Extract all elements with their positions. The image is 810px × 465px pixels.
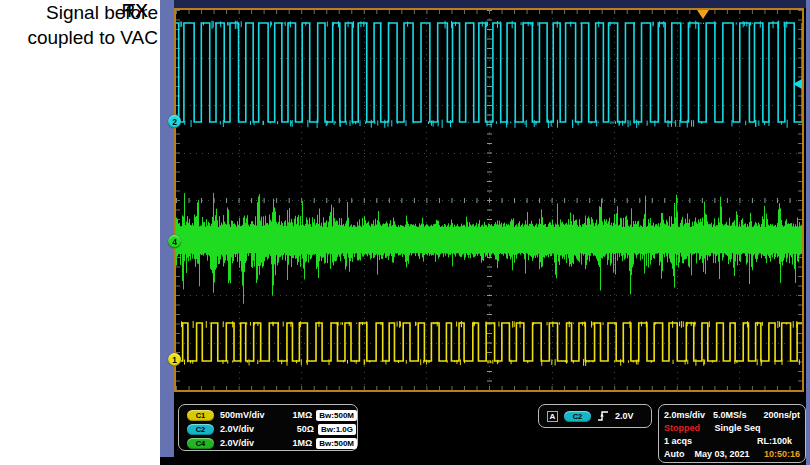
acq-date: May 03, 2021 <box>695 449 750 459</box>
trigger-source-pill[interactable]: C2 <box>564 411 591 422</box>
window-right-frame <box>806 0 810 465</box>
waveform-canvas[interactable] <box>176 10 802 390</box>
c4-pill[interactable]: C4 <box>187 438 214 449</box>
c1-impedance: 1MΩ <box>283 410 312 420</box>
acq-row-count: 1 acqs RL:100k <box>664 434 800 447</box>
c4-scale: 2.0V/div <box>220 438 283 448</box>
ch2-zero-marker[interactable]: 2 <box>168 115 181 128</box>
oscilloscope-window: 2 4 1 C1 500mV/div 1MΩ Bw:500M C2 2.0V/d… <box>160 0 810 465</box>
channel-badges-panel: C1 500mV/div 1MΩ Bw:500M C2 2.0V/div 50Ω… <box>178 404 358 451</box>
c1-scale: 500mV/div <box>220 410 283 420</box>
channel-badge-c1[interactable]: C1 500mV/div 1MΩ Bw:500M <box>187 408 357 422</box>
acq-row-timebase: 2.0ms/div 5.0MS/s 200ns/pt <box>664 408 800 421</box>
c2-pill[interactable]: C2 <box>187 424 214 435</box>
trigger-mode: Auto <box>664 449 685 459</box>
timebase-value: 2.0ms/div <box>664 410 705 420</box>
c4-bandwidth: Bw:500M <box>316 438 357 449</box>
scope-display[interactable] <box>174 8 804 392</box>
window-top-frame <box>174 0 806 8</box>
acq-time: 10:50:16 <box>764 449 800 459</box>
label-rx: RX <box>0 0 148 22</box>
page: TX Signal before coupled to VAC RX 2 4 1… <box>0 0 810 465</box>
acq-status: Stopped <box>664 423 700 433</box>
rising-edge-icon <box>597 410 609 422</box>
c2-bandwidth: Bw:1.0G <box>318 424 356 435</box>
ch4-zero-marker[interactable]: 4 <box>168 235 181 248</box>
acq-count: 1 acqs <box>664 436 692 446</box>
c4-impedance: 1MΩ <box>283 438 312 448</box>
trigger-badge[interactable]: A C2 2.0V <box>538 404 652 428</box>
trigger-level-value: 2.0V <box>615 411 634 421</box>
label-signal-line2: coupled to VAC <box>0 25 158 50</box>
acq-mode: Single Seq <box>714 423 760 433</box>
acq-row-datetime: Auto May 03, 2021 10:50:16 <box>664 447 800 460</box>
c2-scale: 2.0V/div <box>220 424 284 434</box>
channel-badge-c2[interactable]: C2 2.0V/div 50Ω Bw:1.0G <box>187 422 357 436</box>
sample-rate-value: 5.0MS/s <box>713 410 747 420</box>
c1-pill[interactable]: C1 <box>187 410 214 421</box>
trigger-a-icon: A <box>547 411 558 422</box>
window-left-frame <box>160 0 174 457</box>
resolution-value: 200ns/pt <box>763 410 800 420</box>
acq-row-status: Stopped Single Seq <box>664 421 800 434</box>
record-length: RL:100k <box>757 436 792 446</box>
acquisition-info-panel[interactable]: 2.0ms/div 5.0MS/s 200ns/pt Stopped Singl… <box>658 404 806 463</box>
c1-bandwidth: Bw:500M <box>316 410 357 421</box>
ch1-zero-marker[interactable]: 1 <box>168 353 181 366</box>
c2-impedance: 50Ω <box>284 424 314 434</box>
channel-badge-c4[interactable]: C4 2.0V/div 1MΩ Bw:500M <box>187 436 357 450</box>
